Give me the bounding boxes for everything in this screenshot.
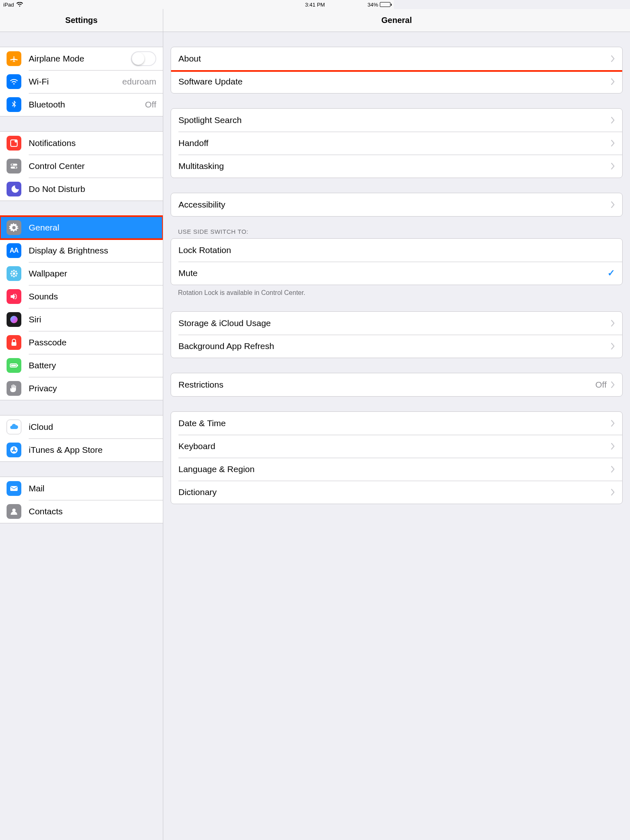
sidebar-item-bluetooth[interactable]: BluetoothOff	[0, 93, 163, 116]
sidebar-item-contacts[interactable]: Contacts	[0, 500, 163, 523]
sidebar-item-controlcenter[interactable]: Control Center	[0, 155, 163, 178]
sidebar-label-notifications: Notifications	[29, 138, 163, 148]
label-handoff: Handoff	[178, 138, 394, 148]
settings-sidebar: Settings Airplane ModeWi-FieduroamBlueto…	[0, 9, 163, 525]
gear-icon	[7, 220, 21, 235]
airplane-icon	[7, 51, 21, 66]
sidebar-item-siri[interactable]: Siri	[0, 308, 163, 331]
bluetooth-icon	[7, 97, 21, 112]
lock-icon	[7, 335, 21, 350]
svg-rect-19	[17, 365, 18, 366]
svg-point-14	[15, 275, 17, 276]
svg-point-10	[16, 273, 18, 274]
sidebar-item-dnd[interactable]: Do Not Disturb	[0, 178, 163, 201]
label-about: About	[178, 54, 394, 64]
sidebar-item-icloud[interactable]: iCloud	[0, 415, 163, 438]
status-right: 34%	[368, 2, 390, 8]
row-access[interactable]: Accessibility	[171, 193, 394, 216]
row-swupdate[interactable]: Software Update	[171, 70, 394, 93]
sidebar-item-display[interactable]: AADisplay & Brightness	[0, 239, 163, 262]
sidebar-item-notifications[interactable]: Notifications	[0, 132, 163, 155]
svg-point-9	[10, 273, 12, 274]
value-wifi: eduroam	[122, 77, 156, 87]
label-keyboard: Keyboard	[178, 441, 394, 451]
sidebar-item-wallpaper[interactable]: Wallpaper	[0, 262, 163, 285]
device-name: iPad	[3, 2, 14, 8]
svg-point-3	[11, 164, 13, 166]
sidebar-item-battery[interactable]: Battery	[0, 354, 163, 377]
flower-icon	[7, 266, 21, 281]
sidebar-item-sounds[interactable]: Sounds	[0, 285, 163, 308]
label-datetime: Date & Time	[178, 418, 394, 428]
sidebar-label-dnd: Do Not Disturb	[29, 184, 163, 194]
row-about[interactable]: About	[171, 47, 394, 70]
value-bluetooth: Off	[145, 100, 156, 110]
sidebar-item-general[interactable]: General	[0, 216, 163, 239]
row-handoff[interactable]: Handoff	[171, 132, 394, 155]
svg-rect-21	[10, 486, 18, 491]
sidebar-item-airplane[interactable]: Airplane Mode	[0, 47, 163, 70]
detail-pane: General AboutSoftware UpdateSpotlight Se…	[163, 9, 394, 525]
sidebar-item-wifi[interactable]: Wi-Fieduroam	[0, 70, 163, 93]
svg-point-5	[15, 167, 16, 169]
row-langreg[interactable]: Language & Region	[171, 458, 394, 481]
status-time: 3:41 PM	[0, 2, 394, 8]
row-restrict[interactable]: RestrictionsOff	[171, 373, 394, 396]
switch-airplane[interactable]	[131, 51, 156, 66]
svg-rect-16	[11, 342, 16, 346]
svg-point-13	[11, 275, 13, 276]
sidebar-label-general: General	[29, 223, 163, 233]
svg-point-20	[10, 446, 18, 454]
sidebar-title: Settings	[0, 9, 163, 32]
battery-icon	[7, 358, 21, 373]
label-swupdate: Software Update	[178, 77, 394, 87]
appstore-icon	[7, 443, 21, 457]
sidebar-item-passcode[interactable]: Passcode	[0, 331, 163, 354]
svg-point-12	[15, 271, 17, 272]
sidebar-label-wifi: Wi-Fi	[29, 77, 122, 87]
sidebar-item-mail[interactable]: Mail	[0, 477, 163, 500]
label-multi: Multitasking	[178, 161, 394, 171]
row-datetime[interactable]: Date & Time	[171, 412, 394, 435]
row-bgapp[interactable]: Background App Refresh	[171, 335, 394, 358]
notify-icon	[7, 136, 21, 151]
battery-icon	[380, 2, 390, 7]
cloud-icon	[7, 420, 21, 434]
battery-percent: 34%	[368, 2, 378, 8]
svg-point-1	[15, 140, 18, 143]
svg-point-22	[12, 509, 16, 512]
sidebar-label-airplane: Airplane Mode	[29, 54, 131, 64]
speaker-icon	[7, 289, 21, 304]
row-spotlight[interactable]: Spotlight Search	[171, 109, 394, 132]
sidebar-item-privacy[interactable]: Privacy	[0, 377, 163, 400]
sidebar-label-bluetooth: Bluetooth	[29, 100, 145, 110]
row-lockrot[interactable]: Lock Rotation	[171, 239, 394, 262]
row-multi[interactable]: Multitasking	[171, 155, 394, 178]
row-keyboard[interactable]: Keyboard	[171, 435, 394, 458]
label-langreg: Language & Region	[178, 464, 394, 474]
svg-point-7	[13, 270, 15, 272]
label-lockrot: Lock Rotation	[178, 245, 394, 255]
aa-icon: AA	[7, 243, 21, 258]
sidebar-label-mail: Mail	[29, 484, 163, 493]
row-dict[interactable]: Dictionary	[171, 481, 394, 504]
label-restrict: Restrictions	[178, 380, 394, 390]
contacts-icon	[7, 504, 21, 519]
label-access: Accessibility	[178, 200, 394, 210]
mail-icon	[7, 481, 21, 496]
sidebar-label-passcode: Passcode	[29, 338, 163, 347]
cc-icon	[7, 159, 21, 173]
section-header: USE SIDE SWITCH TO:	[178, 228, 394, 235]
svg-rect-18	[11, 365, 16, 366]
row-storage[interactable]: Storage & iCloud Usage	[171, 312, 394, 335]
sidebar-label-contacts: Contacts	[29, 507, 163, 516]
label-dict: Dictionary	[178, 487, 394, 497]
sidebar-label-icloud: iCloud	[29, 422, 163, 432]
label-storage: Storage & iCloud Usage	[178, 318, 394, 328]
svg-point-6	[13, 272, 15, 275]
label-spotlight: Spotlight Search	[178, 115, 394, 125]
sidebar-label-controlcenter: Control Center	[29, 161, 163, 171]
sidebar-item-itunes[interactable]: iTunes & App Store	[0, 438, 163, 461]
sidebar-label-battery: Battery	[29, 361, 163, 370]
row-mute[interactable]: Mute✓	[171, 262, 394, 285]
